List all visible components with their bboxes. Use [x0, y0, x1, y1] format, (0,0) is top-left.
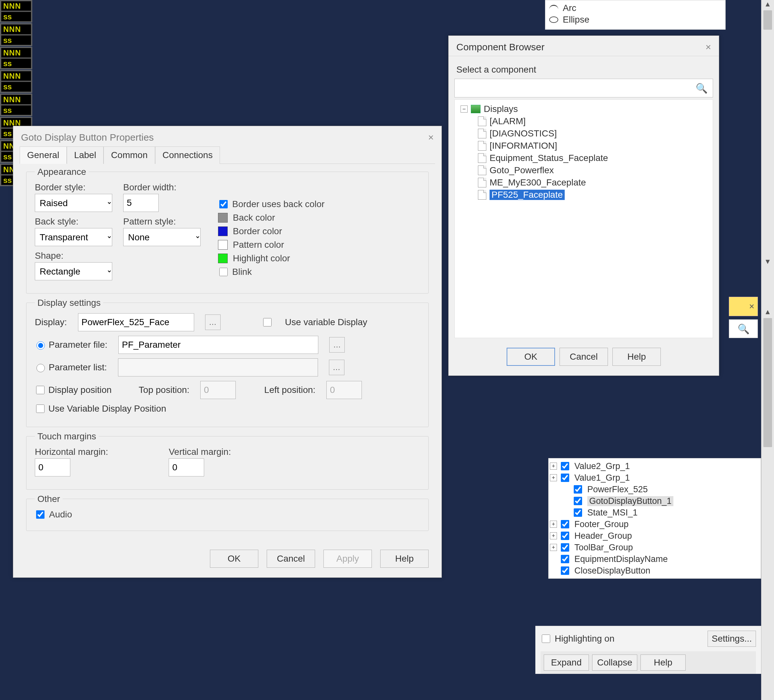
- explorer-item[interactable]: +Footer_Group: [550, 518, 759, 530]
- visibility-check[interactable]: [561, 543, 569, 552]
- checkbox[interactable]: [219, 200, 228, 209]
- display-position-check[interactable]: Display position: [35, 385, 112, 395]
- component-search-input[interactable]: 🔍: [455, 79, 713, 98]
- other-group: Other Audio: [26, 499, 428, 531]
- shapes-palette: Arc Ellipse: [545, 0, 726, 30]
- parameter-file-radio[interactable]: Parameter file:: [35, 340, 108, 350]
- checkbox[interactable]: [219, 268, 228, 276]
- explorer-item-label: Value2_Grp_1: [574, 461, 630, 471]
- touch-margins-group: Touch margins Horizontal margin: Vertica…: [26, 436, 428, 490]
- tree-root[interactable]: − Displays: [461, 103, 707, 115]
- explorer-item[interactable]: State_MSI_1: [563, 507, 759, 518]
- ok-button[interactable]: OK: [210, 550, 258, 568]
- tree-item[interactable]: Equipment_Status_Faceplate: [478, 152, 707, 164]
- tree-item[interactable]: [INFORMATION]: [478, 140, 707, 152]
- scroll-up-icon[interactable]: ▲: [761, 0, 774, 8]
- blink-check[interactable]: Blink: [218, 267, 324, 277]
- browse-display-button[interactable]: …: [205, 314, 221, 330]
- visibility-check[interactable]: [574, 508, 582, 517]
- shape-select[interactable]: Rectangle: [35, 262, 112, 280]
- border-color-row[interactable]: Border color: [218, 226, 324, 237]
- explorer-item[interactable]: CloseDisplayButton: [550, 565, 759, 576]
- visibility-check[interactable]: [561, 566, 569, 575]
- visibility-check[interactable]: [574, 497, 582, 505]
- visibility-check[interactable]: [561, 531, 569, 540]
- color-swatch[interactable]: [218, 253, 228, 263]
- ok-button[interactable]: OK: [507, 348, 555, 366]
- tree-item[interactable]: PF525_Faceplate: [478, 189, 707, 201]
- explorer-item[interactable]: EquipmentDisplayName: [550, 553, 759, 565]
- scroll-down-icon[interactable]: ▼: [761, 257, 774, 266]
- tree-item[interactable]: [DIAGNOSTICS]: [478, 127, 707, 140]
- expand-button[interactable]: Expand: [544, 655, 589, 671]
- vertical-scrollbar[interactable]: ▲ ▼ ▲: [761, 0, 774, 700]
- tab-common[interactable]: Common: [104, 146, 155, 164]
- tab-general[interactable]: General: [20, 146, 67, 164]
- dialog-titlebar[interactable]: Component Browser ×: [448, 36, 719, 56]
- h-margin-input[interactable]: [35, 458, 70, 477]
- cancel-button[interactable]: Cancel: [267, 550, 315, 568]
- display-input[interactable]: [78, 313, 194, 331]
- border-width-input[interactable]: [123, 194, 159, 212]
- expand-icon[interactable]: +: [550, 474, 557, 481]
- use-variable-display-check[interactable]: [263, 318, 271, 326]
- tree-item[interactable]: Goto_Powerflex: [478, 164, 707, 177]
- close-icon[interactable]: ×: [428, 132, 434, 143]
- browse-parameter-list-button: …: [329, 360, 344, 375]
- highlighting-check[interactable]: Highlighting on: [541, 634, 614, 644]
- settings-button[interactable]: Settings...: [708, 630, 756, 647]
- use-variable-position-check[interactable]: Use Variable Display Position: [35, 404, 166, 414]
- expand-icon[interactable]: +: [550, 532, 557, 539]
- mini-search-button[interactable]: 🔍: [729, 319, 758, 338]
- explorer-item-label: CloseDisplayButton: [574, 566, 650, 576]
- expand-icon[interactable]: +: [550, 544, 557, 551]
- help-button[interactable]: Help: [612, 348, 661, 366]
- visibility-check[interactable]: [561, 555, 569, 563]
- collapse-icon[interactable]: −: [461, 106, 468, 113]
- cancel-button[interactable]: Cancel: [559, 348, 608, 366]
- color-swatch[interactable]: [218, 227, 228, 236]
- scroll-up-icon[interactable]: ▲: [761, 308, 774, 316]
- back-color-row[interactable]: Back color: [218, 213, 324, 223]
- explorer-item[interactable]: +Value1_Grp_1: [550, 472, 759, 483]
- shape-item-arc[interactable]: Arc: [549, 2, 721, 14]
- v-margin-input[interactable]: [169, 458, 204, 477]
- border-style-select[interactable]: Raised: [35, 194, 112, 212]
- explorer-item[interactable]: +Value2_Grp_1: [550, 460, 759, 472]
- pattern-style-select[interactable]: None: [123, 228, 200, 246]
- parameter-file-input[interactable]: [118, 336, 318, 354]
- explorer-item[interactable]: +ToolBar_Group: [550, 542, 759, 553]
- close-icon[interactable]: ×: [705, 41, 711, 53]
- color-swatch[interactable]: [218, 213, 228, 223]
- highlight-color-row[interactable]: Highlight color: [218, 253, 324, 263]
- tree-item[interactable]: [ALARM]: [478, 115, 707, 127]
- parameter-list-radio[interactable]: Parameter list:: [35, 362, 107, 372]
- color-swatch[interactable]: [218, 240, 228, 250]
- border-uses-back-check[interactable]: Border uses back color: [218, 199, 324, 209]
- explorer-item[interactable]: GotoDisplayButton_1: [563, 495, 759, 507]
- expand-icon[interactable]: +: [550, 521, 557, 528]
- tree-item[interactable]: ME_MyE300_Faceplate: [478, 177, 707, 189]
- scroll-thumb[interactable]: [763, 10, 772, 30]
- expand-icon[interactable]: +: [550, 463, 557, 470]
- shape-item-ellipse[interactable]: Ellipse: [549, 14, 721, 25]
- scroll-thumb[interactable]: [763, 318, 772, 447]
- use-variable-display-label: Use variable Display: [285, 317, 367, 328]
- display-label: Display:: [35, 317, 67, 328]
- panel-tab-close[interactable]: ×: [729, 297, 758, 316]
- visibility-check[interactable]: [561, 462, 569, 470]
- visibility-check[interactable]: [574, 485, 582, 493]
- tab-connections[interactable]: Connections: [155, 146, 220, 164]
- pattern-color-row[interactable]: Pattern color: [218, 240, 324, 250]
- explorer-item[interactable]: PowerFlex_525: [563, 483, 759, 495]
- back-style-select[interactable]: Transparent: [35, 228, 112, 246]
- visibility-check[interactable]: [561, 520, 569, 528]
- audio-check[interactable]: Audio: [35, 510, 420, 520]
- visibility-check[interactable]: [561, 473, 569, 482]
- help-button[interactable]: Help: [640, 655, 686, 671]
- collapse-button[interactable]: Collapse: [592, 655, 637, 671]
- help-button[interactable]: Help: [380, 550, 428, 568]
- tab-label[interactable]: Label: [67, 146, 104, 164]
- browse-parameter-file-button[interactable]: …: [329, 337, 345, 352]
- explorer-item[interactable]: +Header_Group: [550, 530, 759, 542]
